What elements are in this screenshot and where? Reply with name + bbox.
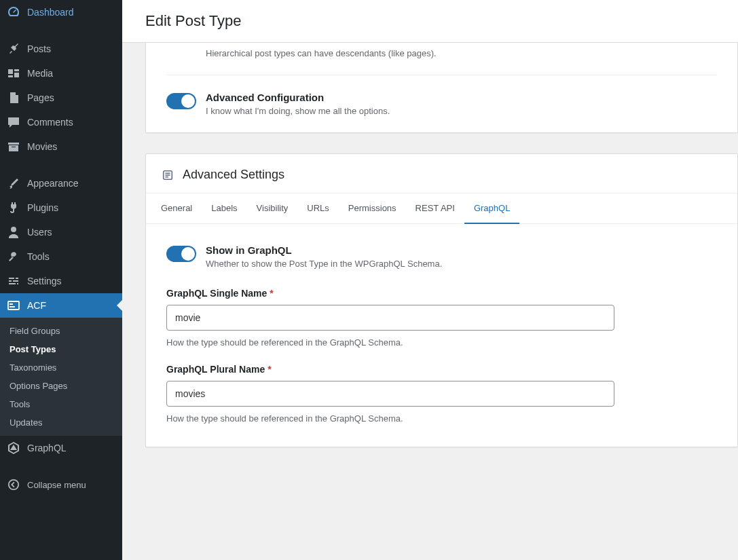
- sidebar-item-comments[interactable]: Comments: [0, 110, 122, 134]
- comments-icon: [7, 115, 20, 129]
- content-scroll: Hierarchical post types can have descend…: [122, 43, 738, 495]
- sidebar-label: Comments: [27, 117, 73, 128]
- submenu-post-types[interactable]: Post Types: [0, 340, 122, 358]
- sidebar-item-dashboard[interactable]: Dashboard: [0, 0, 122, 24]
- toggle-knob: [181, 247, 195, 261]
- graphql-plural-name-help: How the type should be referenced in the…: [166, 413, 717, 424]
- sidebar-item-posts[interactable]: Posts: [0, 37, 122, 61]
- sidebar-item-settings[interactable]: Settings: [0, 269, 122, 293]
- show-in-graphql-row: Show in GraphQL Whether to show the Post…: [166, 244, 717, 288]
- sidebar-item-pages[interactable]: Pages: [0, 86, 122, 110]
- advanced-settings-panel: Advanced Settings General Labels Visibil…: [145, 153, 738, 447]
- media-icon: [7, 67, 20, 80]
- acf-icon: [7, 299, 20, 312]
- graphql-tab-body: Show in GraphQL Whether to show the Post…: [146, 224, 737, 447]
- sidebar-label: Movies: [27, 141, 57, 152]
- sidebar-label: Dashboard: [27, 7, 74, 18]
- svg-rect-1: [10, 303, 13, 305]
- graphql-icon: [7, 441, 20, 455]
- advanced-tabs: General Labels Visibility URLs Permissio…: [146, 193, 737, 224]
- toggle-knob: [181, 94, 195, 108]
- sidebar-sep: [0, 460, 122, 472]
- sidebar-item-tools[interactable]: Tools: [0, 244, 122, 269]
- sidebar-item-movies[interactable]: Movies: [0, 134, 122, 159]
- advanced-settings-title: Advanced Settings: [183, 168, 284, 182]
- graphql-plural-name-input[interactable]: [166, 381, 614, 407]
- show-in-graphql-label: Show in GraphQL: [206, 244, 442, 256]
- plug-icon: [7, 201, 20, 214]
- sidebar-label: Tools: [27, 251, 50, 262]
- label-text: GraphQL Single Name: [166, 288, 267, 299]
- sidebar-item-appearance[interactable]: Appearance: [0, 171, 122, 195]
- graphql-plural-name-label: GraphQL Plural Name *: [166, 364, 717, 375]
- submenu-field-groups[interactable]: Field Groups: [0, 322, 122, 340]
- settings-list-icon: [161, 168, 174, 182]
- advanced-config-label: Advanced Configuration: [206, 92, 390, 103]
- hierarchical-desc: Hierarchical post types can have descend…: [146, 43, 737, 75]
- acf-submenu: Field Groups Post Types Taxonomies Optio…: [0, 318, 122, 436]
- sidebar-item-users[interactable]: Users: [0, 220, 122, 244]
- pin-icon: [7, 42, 20, 56]
- tab-permissions[interactable]: Permissions: [339, 193, 406, 224]
- sidebar-label: Posts: [27, 43, 51, 54]
- tab-general[interactable]: General: [161, 193, 202, 224]
- svg-rect-2: [10, 306, 15, 307]
- required-mark: *: [267, 364, 271, 375]
- svg-point-3: [9, 480, 18, 489]
- admin-sidebar: Dashboard Posts Media Pages Comments Mov…: [0, 0, 122, 560]
- pages-icon: [7, 91, 20, 105]
- sidebar-item-media[interactable]: Media: [0, 61, 122, 86]
- advanced-settings-header: Advanced Settings: [146, 154, 737, 193]
- graphql-single-name-label: GraphQL Single Name *: [166, 288, 717, 299]
- graphql-single-name-field: GraphQL Single Name * How the type shoul…: [166, 288, 717, 348]
- archive-icon: [7, 140, 20, 153]
- sidebar-label: ACF: [27, 300, 46, 311]
- brush-icon: [7, 176, 20, 190]
- label-text: GraphQL Plural Name: [166, 364, 265, 375]
- submenu-options-pages[interactable]: Options Pages: [0, 377, 122, 395]
- sidebar-item-plugins[interactable]: Plugins: [0, 195, 122, 220]
- submenu-tools[interactable]: Tools: [0, 395, 122, 413]
- submenu-taxonomies[interactable]: Taxonomies: [0, 358, 122, 377]
- main-content: Edit Post Type Hierarchical post types c…: [122, 0, 738, 560]
- sidebar-sep: [0, 24, 122, 37]
- sidebar-label: Users: [27, 227, 52, 238]
- graphql-plural-name-field: GraphQL Plural Name * How the type shoul…: [166, 364, 717, 424]
- advanced-config-toggle[interactable]: [166, 93, 196, 109]
- sidebar-label: Settings: [27, 276, 62, 286]
- sidebar-label: Appearance: [27, 178, 79, 189]
- sidebar-item-graphql[interactable]: GraphQL: [0, 436, 122, 460]
- required-mark: *: [270, 288, 273, 299]
- advanced-config-desc: I know what I'm doing, show me all the o…: [206, 106, 390, 116]
- page-header: Edit Post Type: [122, 0, 738, 43]
- dashboard-icon: [7, 5, 20, 19]
- advanced-config-row: Advanced Configuration I know what I'm d…: [146, 75, 737, 132]
- wrench-icon: [7, 250, 20, 263]
- collapse-icon: [7, 478, 20, 491]
- tab-urls[interactable]: URLs: [297, 193, 339, 224]
- sidebar-item-acf[interactable]: ACF: [0, 293, 122, 318]
- sliders-icon: [7, 274, 20, 288]
- submenu-updates[interactable]: Updates: [0, 413, 122, 432]
- sidebar-label: GraphQL: [27, 443, 67, 453]
- tab-visibility[interactable]: Visibility: [247, 193, 298, 224]
- sidebar-label: Media: [27, 68, 53, 79]
- show-in-graphql-desc: Whether to show the Post Type in the WPG…: [206, 259, 442, 269]
- collapse-menu-button[interactable]: Collapse menu: [0, 472, 122, 497]
- collapse-label: Collapse menu: [27, 480, 86, 490]
- tab-graphql[interactable]: GraphQL: [464, 193, 519, 224]
- graphql-single-name-help: How the type should be referenced in the…: [166, 337, 717, 348]
- basic-settings-panel: Hierarchical post types can have descend…: [145, 43, 738, 133]
- tab-rest-api[interactable]: REST API: [406, 193, 464, 224]
- graphql-single-name-input[interactable]: [166, 305, 614, 331]
- sidebar-label: Plugins: [27, 202, 58, 213]
- sidebar-sep: [0, 159, 122, 171]
- page-title: Edit Post Type: [145, 12, 715, 30]
- tab-labels[interactable]: Labels: [202, 193, 246, 224]
- show-in-graphql-toggle[interactable]: [166, 246, 196, 262]
- sidebar-label: Pages: [27, 92, 54, 103]
- svg-rect-0: [8, 301, 19, 310]
- user-icon: [7, 225, 20, 239]
